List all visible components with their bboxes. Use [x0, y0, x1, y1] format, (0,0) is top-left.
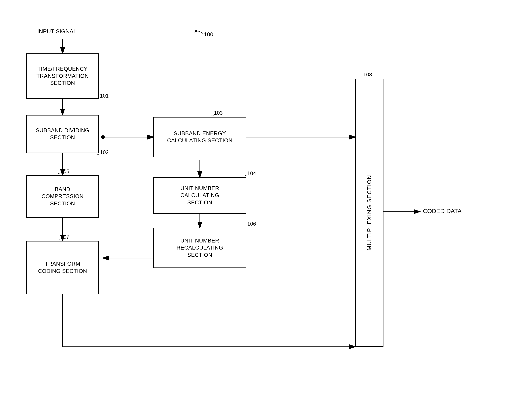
tilde-103: ~: [211, 113, 214, 118]
block-103: SUBBAND ENERGY CALCULATING SECTION: [153, 117, 246, 157]
tilde-107: ~: [58, 237, 61, 242]
block-105-label: BAND COMPRESSION SECTION: [42, 186, 84, 207]
block-104: UNIT NUMBER CALCULATING SECTION: [153, 177, 246, 214]
block-107: TRANSFORM CODING SECTION: [26, 241, 99, 294]
ref-106: 106: [247, 221, 256, 227]
ref-104: 104: [247, 170, 256, 177]
tilde-102: ~: [97, 152, 99, 157]
tilde-104: ~: [245, 173, 247, 178]
tilde-108: ~: [361, 74, 363, 80]
block-102: SUBBAND DIVIDING SECTION: [26, 115, 99, 153]
block-106: UNIT NUMBER RECALCULATING SECTION: [153, 228, 246, 268]
block-108: MULTIPLEXING SECTION: [355, 79, 383, 347]
block-103-label: SUBBAND ENERGY CALCULATING SECTION: [167, 130, 232, 144]
ref-108: 108: [363, 72, 372, 78]
ref-102: 102: [100, 149, 109, 155]
input-signal-label: INPUT SIGNAL: [37, 28, 76, 35]
ref-101: 101: [100, 93, 109, 99]
tilde-106: ~: [245, 224, 247, 229]
ref-103: 103: [214, 110, 223, 116]
tilde-105: ~: [58, 171, 61, 176]
block-104-label: UNIT NUMBER CALCULATING SECTION: [180, 185, 219, 206]
block-105: BAND COMPRESSION SECTION: [26, 175, 99, 218]
block-101: TIME/FREQUENCY TRANSFORMATION SECTION: [26, 54, 99, 99]
ref-105: 105: [61, 168, 69, 174]
block-106-label: UNIT NUMBER RECALCULATING SECTION: [176, 237, 223, 258]
ref-107: 107: [61, 234, 69, 240]
ref100-curve: [194, 28, 206, 36]
svg-point-4: [101, 135, 105, 139]
coded-data-label: CODED DATA: [423, 208, 462, 214]
block-108-label: MULTIPLEXING SECTION: [366, 175, 372, 251]
diagram: INPUT SIGNAL 100 TIME/FREQUENCY TRANSFOR…: [0, 0, 532, 411]
tilde-101: ~: [97, 96, 99, 101]
block-101-label: TIME/FREQUENCY TRANSFORMATION SECTION: [37, 65, 89, 87]
block-107-label: TRANSFORM CODING SECTION: [38, 260, 87, 274]
block-102-label: SUBBAND DIVIDING SECTION: [36, 127, 89, 141]
